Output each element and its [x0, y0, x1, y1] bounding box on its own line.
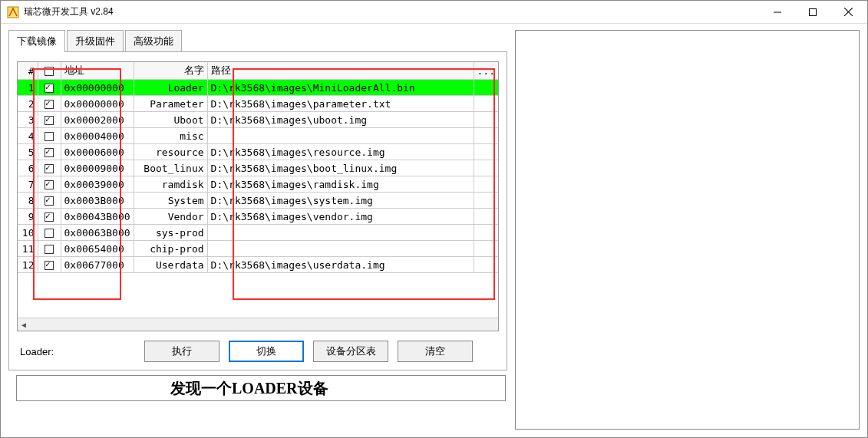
cell-address[interactable]: 0x00002000	[61, 112, 134, 128]
cell-check[interactable]	[38, 96, 61, 112]
checkbox-icon	[45, 261, 54, 270]
cell-address[interactable]: 0x00004000	[61, 128, 134, 144]
table-row[interactable]: 120x00677000UserdataD:\rk3568\images\use…	[18, 257, 498, 273]
cell-check[interactable]	[38, 176, 61, 193]
cell-name[interactable]: Boot_linux	[134, 160, 207, 176]
cell-number: 2	[18, 96, 38, 112]
cell-extra[interactable]	[474, 160, 498, 176]
cell-check[interactable]	[38, 193, 61, 209]
col-name[interactable]: 名字	[134, 62, 207, 80]
cell-extra[interactable]	[474, 209, 498, 225]
table-row[interactable]: 60x00009000Boot_linuxD:\rk3568\images\bo…	[18, 160, 498, 176]
tab-download-image[interactable]: 下载镜像	[8, 30, 65, 52]
cell-name[interactable]: misc	[134, 128, 207, 144]
cell-path[interactable]: D:\rk3568\images\resource.img	[207, 144, 474, 160]
cell-address[interactable]: 0x00000000	[61, 96, 134, 112]
cell-check[interactable]	[38, 257, 61, 273]
table-row[interactable]: 110x00654000chip-prod	[18, 241, 498, 257]
col-path[interactable]: 路径	[207, 62, 474, 80]
col-address[interactable]: 地址	[61, 62, 134, 80]
cell-path[interactable]: D:\rk3568\images\system.img	[207, 193, 474, 209]
partition-table-button[interactable]: 设备分区表	[313, 341, 388, 362]
cell-address[interactable]: 0x00063B000	[61, 225, 134, 241]
cell-path[interactable]	[207, 128, 474, 144]
cell-address[interactable]: 0x00000000	[61, 80, 134, 96]
cell-path[interactable]: D:\rk3568\images\parameter.txt	[207, 96, 474, 112]
table-row[interactable]: 10x00000000LoaderD:\rk3568\images\MiniLo…	[18, 80, 498, 96]
cell-address[interactable]: 0x00039000	[61, 176, 134, 193]
cell-name[interactable]: Loader	[134, 80, 207, 96]
checkbox-icon	[45, 148, 54, 157]
cell-name[interactable]: resource	[134, 144, 207, 160]
cell-name[interactable]: Vendor	[134, 209, 207, 225]
switch-button[interactable]: 切换	[229, 341, 304, 362]
cell-name[interactable]: Uboot	[134, 112, 207, 128]
cell-extra[interactable]	[474, 112, 498, 128]
cell-number: 8	[18, 193, 38, 209]
cell-extra[interactable]	[474, 241, 498, 257]
cell-address[interactable]: 0x00043B000	[61, 209, 134, 225]
checkbox-icon	[45, 84, 54, 93]
cell-path[interactable]: D:\rk3568\images\MiniLoaderAll.bin	[207, 80, 474, 96]
col-extra[interactable]: ...	[474, 62, 498, 80]
maximize-button[interactable]	[795, 2, 830, 23]
cell-name[interactable]: System	[134, 193, 207, 209]
cell-path[interactable]: D:\rk3568\images\uboot.img	[207, 112, 474, 128]
minimize-button[interactable]	[760, 2, 795, 23]
cell-address[interactable]: 0x00677000	[61, 257, 134, 273]
cell-name[interactable]: ramdisk	[134, 176, 207, 193]
cell-address[interactable]: 0x00654000	[61, 241, 134, 257]
cell-path[interactable]: D:\rk3568\images\boot_linux.img	[207, 160, 474, 176]
cell-path[interactable]: D:\rk3568\images\vendor.img	[207, 209, 474, 225]
cell-path[interactable]	[207, 241, 474, 257]
cell-check[interactable]	[38, 112, 61, 128]
cell-check[interactable]	[38, 80, 61, 96]
table-row[interactable]: 90x00043B000VendorD:\rk3568\images\vendo…	[18, 209, 498, 225]
cell-address[interactable]: 0x0003B000	[61, 193, 134, 209]
col-number[interactable]: #	[18, 62, 38, 80]
cell-path[interactable]: D:\rk3568\images\userdata.img	[207, 257, 474, 273]
cell-extra[interactable]	[474, 128, 498, 144]
table-row[interactable]: 30x00002000UbootD:\rk3568\images\uboot.i…	[18, 112, 498, 128]
table-row[interactable]: 20x00000000ParameterD:\rk3568\images\par…	[18, 96, 498, 112]
cell-extra[interactable]	[474, 96, 498, 112]
cell-path[interactable]	[207, 225, 474, 241]
horizontal-scrollbar[interactable]: ◄	[18, 318, 498, 331]
cell-check[interactable]	[38, 144, 61, 160]
checkbox-icon	[45, 229, 54, 238]
cell-number: 5	[18, 144, 38, 160]
cell-check[interactable]	[38, 160, 61, 176]
cell-name[interactable]: Userdata	[134, 257, 207, 273]
cell-extra[interactable]	[474, 144, 498, 160]
cell-extra[interactable]	[474, 257, 498, 273]
table-row[interactable]: 50x00006000resourceD:\rk3568\images\reso…	[18, 144, 498, 160]
col-check[interactable]	[38, 62, 61, 80]
table-row[interactable]: 100x00063B000sys-prod	[18, 225, 498, 241]
log-panel[interactable]	[515, 30, 860, 430]
cell-check[interactable]	[38, 225, 61, 241]
cell-address[interactable]: 0x00006000	[61, 144, 134, 160]
cell-address[interactable]: 0x00009000	[61, 160, 134, 176]
checkbox-icon	[45, 164, 54, 173]
execute-button[interactable]: 执行	[144, 341, 219, 362]
cell-name[interactable]: chip-prod	[134, 241, 207, 257]
table-row[interactable]: 40x00004000misc	[18, 128, 498, 144]
cell-extra[interactable]	[474, 193, 498, 209]
cell-number: 4	[18, 128, 38, 144]
cell-extra[interactable]	[474, 225, 498, 241]
close-button[interactable]	[830, 2, 866, 23]
cell-name[interactable]: sys-prod	[134, 225, 207, 241]
cell-check[interactable]	[38, 209, 61, 225]
cell-check[interactable]	[38, 128, 61, 144]
partition-table[interactable]: # 地址 名字 路径 ... 10x00000000LoaderD:\rk356…	[18, 62, 498, 273]
cell-path[interactable]: D:\rk3568\images\ramdisk.img	[207, 176, 474, 193]
table-row[interactable]: 70x00039000ramdiskD:\rk3568\images\ramdi…	[18, 176, 498, 193]
table-row[interactable]: 80x0003B000SystemD:\rk3568\images\system…	[18, 193, 498, 209]
tab-advanced[interactable]: 高级功能	[125, 30, 182, 52]
cell-name[interactable]: Parameter	[134, 96, 207, 112]
clear-button[interactable]: 清空	[398, 341, 473, 362]
tab-upgrade-firmware[interactable]: 升级固件	[67, 30, 124, 52]
cell-extra[interactable]	[474, 80, 498, 96]
cell-check[interactable]	[38, 241, 61, 257]
cell-extra[interactable]	[474, 176, 498, 193]
